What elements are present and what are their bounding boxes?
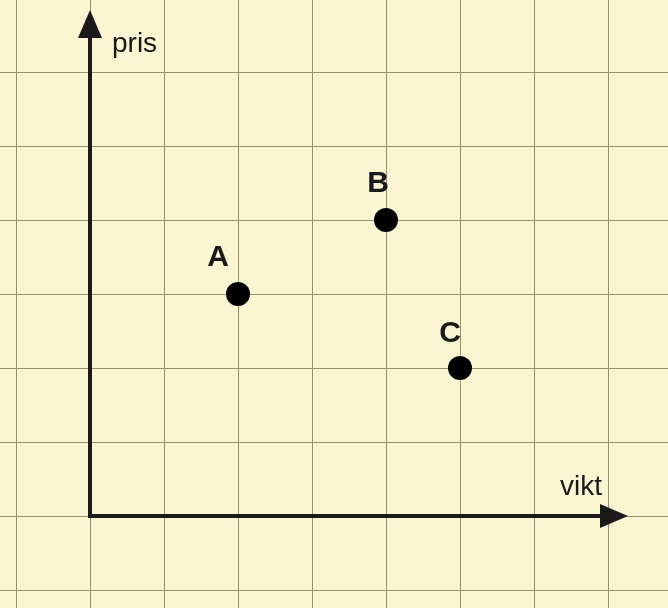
y-axis-arrow-icon: [78, 10, 102, 38]
data-point-a: [226, 282, 250, 306]
data-point-label-a: A: [207, 239, 229, 273]
x-axis-arrow-icon: [600, 504, 628, 528]
grid-line-horizontal: [0, 442, 668, 443]
x-axis: [88, 514, 608, 518]
y-axis-label: pris: [112, 27, 157, 59]
data-point-b: [374, 208, 398, 232]
grid-line-horizontal: [0, 368, 668, 369]
grid-line-horizontal: [0, 294, 668, 295]
grid-line-horizontal: [0, 590, 668, 591]
y-axis: [88, 28, 92, 516]
grid-line-horizontal: [0, 146, 668, 147]
x-axis-label: vikt: [560, 470, 602, 502]
scatter-chart: pris vikt ABC: [0, 0, 668, 608]
data-point-c: [448, 356, 472, 380]
grid-line-horizontal: [0, 220, 668, 221]
grid-line-horizontal: [0, 72, 668, 73]
data-point-label-c: C: [439, 315, 461, 349]
data-point-label-b: B: [367, 165, 389, 199]
